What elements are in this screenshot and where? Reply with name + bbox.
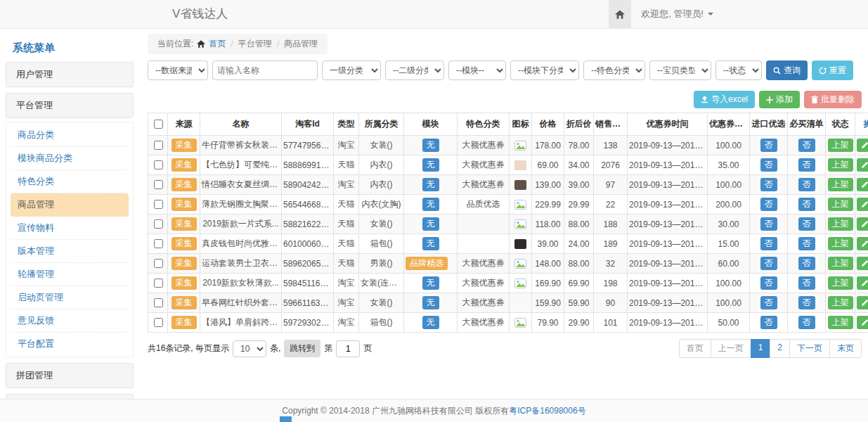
imported-toggle[interactable]: 否 (760, 217, 777, 231)
imported-toggle[interactable]: 否 (760, 316, 777, 329)
sidebar-item[interactable]: 平台配置 (11, 333, 129, 355)
must-buy-toggle[interactable]: 否 (798, 257, 815, 270)
module-badge[interactable]: 无 (422, 158, 439, 172)
reset-button[interactable]: 重置 (812, 60, 853, 80)
imported-toggle[interactable]: 否 (760, 158, 777, 172)
module-badge[interactable]: 无 (422, 139, 439, 152)
edit-button[interactable] (857, 139, 868, 152)
sidebar-group[interactable]: 平台管理 (6, 93, 134, 118)
edit-button[interactable] (857, 237, 868, 250)
must-buy-toggle[interactable]: 否 (798, 139, 815, 152)
imported-toggle[interactable]: 否 (760, 198, 777, 211)
imported-toggle[interactable]: 否 (760, 257, 777, 270)
sidebar-item[interactable]: 商品分类 (11, 124, 129, 147)
data-source-select[interactable]: --数据来源-- (148, 60, 208, 80)
sidebar-group[interactable]: 用户管理 (6, 62, 134, 87)
status-badge[interactable]: 上架 (828, 237, 853, 250)
edit-button[interactable] (857, 178, 868, 191)
jump-button[interactable]: 跳转到 (284, 340, 320, 357)
edit-button[interactable] (857, 296, 868, 309)
imported-toggle[interactable]: 否 (760, 178, 777, 191)
select-all-checkbox[interactable] (154, 120, 163, 129)
breadcrumb-home-link[interactable]: 首页 (209, 38, 226, 50)
status-badge[interactable]: 上架 (828, 178, 853, 191)
module-badge[interactable]: 无 (422, 217, 439, 231)
status-badge[interactable]: 上架 (828, 257, 853, 270)
icp-link[interactable]: 粤ICP备16098006号 (509, 406, 585, 416)
must-buy-toggle[interactable]: 否 (798, 158, 815, 172)
sidebar-item[interactable]: 商品管理 (11, 193, 129, 217)
filter-select-5[interactable]: --特色分类-- (583, 60, 645, 80)
page-button[interactable]: 首页 (679, 339, 711, 358)
app-brand[interactable]: V省钱达人 (172, 0, 228, 28)
sidebar-item[interactable]: 启动页管理 (11, 286, 129, 309)
sidebar-item[interactable]: 特色分类 (11, 170, 129, 193)
page-number-input[interactable] (336, 340, 360, 357)
row-checkbox[interactable] (154, 259, 163, 268)
row-checkbox[interactable] (154, 298, 163, 307)
row-checkbox[interactable] (154, 141, 163, 150)
filter-select-4[interactable]: --模块下分类-- (510, 60, 579, 80)
sidebar-item[interactable]: 模块商品分类 (11, 147, 129, 170)
status-badge[interactable]: 上架 (828, 296, 853, 309)
row-checkbox[interactable] (154, 219, 163, 229)
row-checkbox[interactable] (154, 279, 163, 288)
status-badge[interactable]: 上架 (828, 198, 853, 211)
row-checkbox[interactable] (154, 318, 163, 327)
search-button[interactable]: 查询 (766, 60, 808, 80)
sidebar-item[interactable]: 轮播管理 (11, 263, 129, 286)
batch-delete-button[interactable]: 批量删除 (804, 91, 862, 108)
filter-select-3[interactable]: --模块-- (448, 60, 506, 80)
status-badge[interactable]: 上架 (828, 139, 853, 152)
edit-button[interactable] (857, 257, 868, 270)
sidebar-item[interactable]: 意见反馈 (11, 309, 129, 333)
home-nav-button[interactable] (609, 0, 631, 28)
must-buy-toggle[interactable]: 否 (798, 316, 815, 329)
must-buy-toggle[interactable]: 否 (798, 276, 815, 290)
page-button[interactable]: 下一页 (789, 339, 830, 358)
row-checkbox[interactable] (154, 200, 163, 209)
module-badge[interactable]: 无 (422, 237, 439, 250)
sidebar-group[interactable]: 拼团管理 (6, 363, 134, 388)
sidebar-item[interactable]: 版本管理 (11, 240, 129, 263)
filter-select-7[interactable]: --状态-- (715, 60, 762, 80)
page-button[interactable]: 2 (770, 339, 790, 358)
per-page-select[interactable]: 10 (233, 340, 266, 357)
user-menu[interactable]: 欢迎您, 管理员! (631, 0, 723, 28)
row-checkbox[interactable] (154, 180, 163, 189)
edit-button[interactable] (857, 276, 868, 290)
module-badge[interactable]: 无 (422, 316, 439, 329)
module-badge[interactable]: 品牌精选 (406, 257, 448, 270)
module-badge[interactable]: 无 (422, 198, 439, 211)
edit-button[interactable] (857, 158, 868, 172)
filter-select-2[interactable]: --二级分类-- (385, 60, 444, 80)
imported-toggle[interactable]: 否 (760, 276, 777, 290)
must-buy-toggle[interactable]: 否 (798, 296, 815, 309)
filter-select-1[interactable]: 一级分类 (322, 60, 381, 80)
must-buy-toggle[interactable]: 否 (798, 237, 815, 250)
module-badge[interactable]: 无 (422, 296, 439, 309)
status-badge[interactable]: 上架 (828, 158, 853, 172)
sidebar-item[interactable]: 宣传物料 (11, 217, 129, 240)
status-badge[interactable]: 上架 (828, 316, 853, 329)
add-button[interactable]: 添加 (759, 91, 800, 108)
row-checkbox[interactable] (154, 239, 163, 248)
status-badge[interactable]: 上架 (828, 276, 853, 290)
edit-button[interactable] (857, 316, 868, 329)
status-badge[interactable]: 上架 (828, 217, 853, 231)
sidebar-group[interactable]: 省惠快报 (6, 394, 134, 399)
page-button[interactable]: 末页 (829, 339, 862, 358)
import-excel-button[interactable]: 导入excel (694, 91, 755, 108)
filter-select-6[interactable]: --宝贝类型-- (649, 60, 711, 80)
imported-toggle[interactable]: 否 (760, 296, 777, 309)
name-search-input[interactable] (212, 60, 318, 80)
must-buy-toggle[interactable]: 否 (798, 178, 815, 191)
imported-toggle[interactable]: 否 (760, 237, 777, 250)
row-checkbox[interactable] (154, 160, 163, 170)
edit-button[interactable] (857, 198, 868, 211)
must-buy-toggle[interactable]: 否 (798, 198, 815, 211)
must-buy-toggle[interactable]: 否 (798, 217, 815, 231)
edit-button[interactable] (857, 217, 868, 231)
page-button[interactable]: 1 (751, 339, 771, 358)
page-button[interactable]: 上一页 (711, 339, 751, 358)
